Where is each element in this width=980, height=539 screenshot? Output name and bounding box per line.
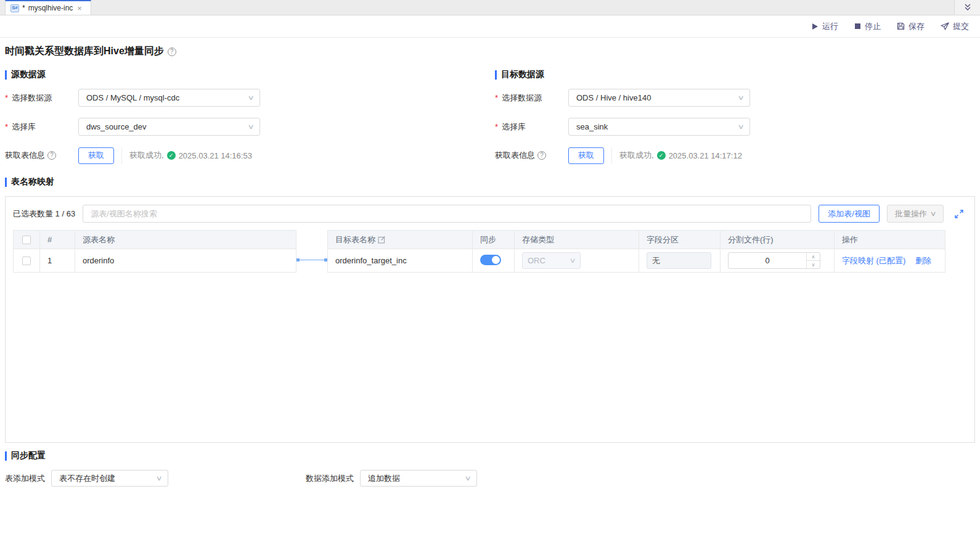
success-check-icon: ✓	[167, 151, 176, 160]
sync-header: 同步	[473, 231, 515, 249]
target-fetch-label: 获取表信息?	[495, 150, 568, 161]
source-db-select[interactable]: dws_source_dev ∨	[78, 118, 260, 136]
target-section-title: 目标数据源	[501, 69, 544, 80]
chevron-down-icon: ∨	[247, 123, 254, 131]
save-button[interactable]: 保存	[897, 21, 925, 32]
section-accent-bar	[5, 451, 7, 461]
fetch-status-text: 获取成功,	[129, 150, 164, 161]
split-lines-input[interactable]: 0 ∧ ∨	[728, 252, 820, 269]
source-fetch-button[interactable]: 获取	[78, 147, 114, 164]
mapping-section-title: 表名称映射	[11, 176, 54, 187]
target-datasource-label: *选择数据源	[495, 93, 568, 104]
mapping-connector-gap	[296, 230, 327, 273]
chevron-down-icon: ∨	[464, 474, 471, 482]
partition-header: 字段分区	[639, 231, 721, 249]
fetch-timestamp: 2025.03.21 14:16:53	[179, 151, 252, 160]
batch-operation-button[interactable]: 批量操作 ∨	[887, 205, 944, 223]
selected-count: 已选表数量 1 / 63	[13, 208, 75, 220]
target-table-name: orderinfo_target_inc	[328, 249, 473, 273]
fullscreen-icon[interactable]	[953, 208, 965, 220]
chevron-down-icon: ∨	[737, 94, 744, 102]
sync-toggle[interactable]	[480, 255, 501, 265]
number-spinner: ∧ ∨	[806, 253, 820, 268]
field-mapping-link[interactable]: 字段映射 (已配置)	[842, 256, 905, 265]
stop-button[interactable]: 停止	[854, 21, 881, 32]
fetch-timestamp: 2025.03.21 14:17:12	[669, 151, 742, 160]
batch-operation-label: 批量操作	[895, 208, 927, 220]
required-asterisk: *	[495, 93, 498, 102]
source-datasource-label: *选择数据源	[5, 93, 78, 104]
save-icon	[897, 22, 905, 30]
tab-label: mysqlhive-inc	[28, 4, 73, 12]
unsaved-marker: *	[22, 4, 25, 12]
send-icon	[941, 22, 949, 30]
split-header: 分割文件(行)	[721, 231, 835, 249]
tab-mysqlhive-inc[interactable]: S≠ * mysqlhive-inc ×	[5, 0, 91, 15]
required-asterisk: *	[5, 122, 8, 131]
target-db-select[interactable]: sea_sink ∨	[568, 118, 750, 136]
collapse-tabs-button[interactable]	[954, 0, 980, 15]
table-add-mode-label: 表添加模式	[5, 473, 45, 484]
spinner-down-icon[interactable]: ∨	[807, 260, 820, 268]
target-datasource-select[interactable]: ODS / Hive / hive140 ∨	[568, 89, 750, 107]
data-add-mode-select[interactable]: 追加数据 ∨	[360, 470, 477, 487]
table-add-mode-value: 表不存在时创建	[59, 473, 157, 484]
storage-type-value: ORC	[528, 256, 570, 265]
add-table-button[interactable]: 添加表/视图	[819, 205, 880, 223]
source-db-label: *选择库	[5, 121, 78, 133]
source-datasource-select[interactable]: ODS / MySQL / mysql-cdc ∨	[78, 89, 260, 107]
stop-icon	[854, 23, 861, 30]
source-name-header: 源表名称	[75, 231, 296, 249]
spinner-up-icon[interactable]: ∧	[807, 253, 820, 260]
target-datasource-section: 目标数据源 *选择数据源 ODS / Hive / hive140 ∨ *选择库…	[490, 64, 980, 175]
target-table-row: orderinfo_target_inc ORC ∨ 无	[328, 249, 945, 273]
chevron-double-down-icon	[963, 3, 972, 12]
target-fetch-button[interactable]: 获取	[568, 147, 604, 164]
mapping-connector-line	[296, 260, 327, 260]
row-checkbox[interactable]	[22, 257, 31, 265]
target-db-value: sea_sink	[576, 122, 738, 131]
source-db-value: dws_source_dev	[86, 122, 248, 131]
data-add-mode-label: 数据添加模式	[306, 473, 354, 484]
chevron-down-icon: ∨	[737, 123, 744, 131]
fetch-status-text: 获取成功,	[619, 150, 654, 161]
chevron-down-icon: ∨	[247, 94, 254, 102]
success-check-icon: ✓	[657, 151, 666, 160]
sync-job-icon: S≠	[10, 4, 19, 12]
submit-label: 提交	[953, 21, 969, 32]
table-search-input[interactable]	[83, 205, 811, 223]
select-all-checkbox[interactable]	[22, 236, 31, 244]
target-datasource-value: ODS / Hive / hive140	[576, 93, 738, 102]
tab-bar: S≠ * mysqlhive-inc ×	[0, 0, 980, 15]
action-toolbar: 运行 停止 保存 提交	[0, 15, 980, 38]
divider	[121, 147, 122, 164]
required-asterisk: *	[495, 122, 498, 131]
partition-field-value: 无	[652, 255, 660, 266]
fetch-help-icon[interactable]: ?	[537, 151, 546, 160]
page-title: 时间戳关系型数据库到Hive增量同步	[5, 45, 164, 58]
delete-link[interactable]: 删除	[915, 256, 931, 265]
target-fetch-status: 获取成功, ✓ 2025.03.21 14:17:12	[619, 150, 742, 161]
section-accent-bar	[5, 70, 7, 80]
toggle-knob	[492, 256, 500, 264]
fetch-help-icon[interactable]: ?	[47, 151, 56, 160]
edit-icon[interactable]	[378, 236, 386, 244]
section-accent-bar	[495, 70, 497, 80]
storage-type-select[interactable]: ORC ∨	[522, 252, 581, 269]
chevron-down-icon: ∨	[929, 210, 936, 218]
close-icon[interactable]: ×	[77, 4, 82, 12]
data-add-mode-value: 追加数据	[368, 473, 465, 484]
title-help-icon[interactable]: ?	[168, 47, 176, 56]
table-add-mode-select[interactable]: 表不存在时创建 ∨	[51, 470, 168, 487]
chevron-down-icon: ∨	[155, 474, 162, 482]
source-datasource-section: 源数据源 *选择数据源 ODS / MySQL / mysql-cdc ∨ *选…	[0, 64, 490, 175]
partition-field-input[interactable]: 无	[647, 252, 711, 269]
source-fetch-status: 获取成功, ✓ 2025.03.21 14:16:53	[129, 150, 252, 161]
submit-button[interactable]: 提交	[941, 21, 969, 32]
run-button[interactable]: 运行	[811, 21, 838, 32]
source-table-row[interactable]: 1 orderinfo	[14, 249, 296, 273]
play-icon	[811, 23, 819, 30]
divider	[611, 147, 612, 164]
source-table-name: orderinfo	[75, 249, 296, 273]
source-fetch-label: 获取表信息?	[5, 150, 78, 161]
